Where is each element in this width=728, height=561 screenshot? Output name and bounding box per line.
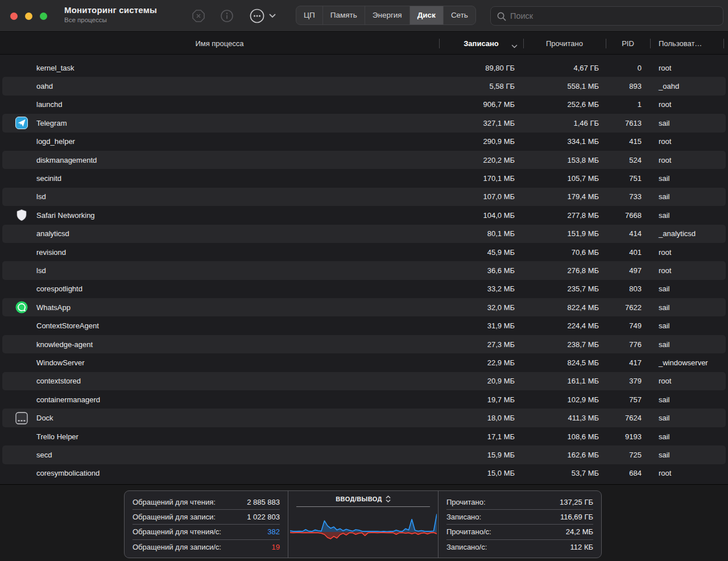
quit-process-icon bbox=[192, 9, 205, 23]
minimize-window-button[interactable] bbox=[25, 13, 32, 20]
pid-cell: 497 bbox=[606, 266, 650, 275]
stat-value: 19 bbox=[272, 543, 280, 551]
bytes-read-cell: 1,46 ГБ bbox=[523, 119, 606, 127]
pid-cell: 379 bbox=[606, 377, 650, 385]
user-cell: _windowserver bbox=[650, 358, 726, 367]
bytes-read-cell: 558,1 МБ bbox=[523, 82, 606, 90]
io-chart bbox=[290, 508, 437, 547]
more-options-button[interactable] bbox=[249, 8, 276, 24]
disk-throughput-stats: Прочитано: 137,25 ГБ Записано: 116,69 ГБ… bbox=[439, 491, 601, 558]
process-name: revisiond bbox=[2, 248, 439, 257]
table-row[interactable]: WindowServer22,9 МБ824,5 МБ417_windowser… bbox=[2, 353, 726, 372]
bytes-written-cell: 33,2 МБ bbox=[439, 284, 523, 293]
chart-divider bbox=[296, 506, 430, 507]
user-cell: sail bbox=[650, 211, 726, 220]
table-row[interactable]: launchd906,7 МБ252,6 МБ1root bbox=[2, 96, 726, 114]
column-divider bbox=[650, 39, 651, 48]
pid-cell: 414 bbox=[606, 229, 650, 238]
chart-mode-selector[interactable]: ВВОД/ВЫВОД bbox=[288, 496, 438, 502]
table-row[interactable]: logd_helper290,9 МБ334,1 МБ415root bbox=[2, 133, 726, 151]
table-row[interactable]: secinitd170,1 МБ105,7 МБ751sail bbox=[2, 169, 726, 187]
process-name: analyticsd bbox=[2, 229, 439, 238]
bytes-read-cell: 162,6 МБ bbox=[523, 451, 606, 459]
window-title: Мониторинг системы bbox=[64, 5, 157, 15]
io-chart-section: ВВОД/ВЫВОД bbox=[288, 491, 439, 558]
bytes-written-cell: 220,2 МБ bbox=[439, 156, 523, 164]
user-cell: sail bbox=[650, 284, 726, 293]
bytes-read-cell: 252,6 МБ bbox=[523, 100, 606, 109]
whatsapp-icon bbox=[15, 301, 28, 314]
column-header-user[interactable]: Пользоват… bbox=[650, 32, 723, 55]
bytes-written-cell: 327,1 МБ bbox=[439, 119, 523, 127]
process-name: corespotlightd bbox=[2, 284, 439, 293]
sort-updown-icon bbox=[386, 496, 391, 502]
quit-process-button[interactable] bbox=[192, 9, 205, 23]
process-name: WindowServer bbox=[2, 358, 439, 367]
table-row[interactable]: knowledge-agent27,3 МБ238,7 МБ776sail bbox=[2, 335, 726, 353]
bytes-written-cell: 89,80 ГБ bbox=[439, 64, 523, 72]
user-cell: sail bbox=[650, 119, 726, 127]
process-name: contextstored bbox=[2, 377, 439, 385]
column-divider bbox=[723, 39, 724, 48]
tab-Сеть[interactable]: Сеть bbox=[443, 6, 475, 24]
table-row[interactable]: secd15,9 МБ162,6 МБ725sail bbox=[2, 446, 726, 464]
column-header-name[interactable]: Имя процесса bbox=[0, 32, 439, 55]
table-row[interactable]: contextstored20,9 МБ161,1 МБ379root bbox=[2, 372, 726, 390]
bytes-written-cell: 36,6 МБ bbox=[439, 266, 523, 275]
table-row[interactable]: Dock18,0 МБ411,3 МБ7624sail bbox=[2, 409, 726, 427]
zoom-window-button[interactable] bbox=[40, 13, 47, 20]
footer-panel: Обращений для чтения: 2 885 883 Обращени… bbox=[0, 484, 728, 561]
column-header-pid[interactable]: PID bbox=[606, 32, 650, 55]
table-row[interactable]: ContextStoreAgent31,9 МБ224,4 МБ749sail bbox=[2, 316, 726, 335]
user-cell: sail bbox=[650, 192, 726, 201]
stat-value: 116,69 ГБ bbox=[560, 513, 593, 521]
table-row[interactable]: Safari Networking104,0 МБ277,8 МБ7668sai… bbox=[2, 206, 726, 224]
bytes-read-cell: 105,7 МБ bbox=[523, 174, 606, 183]
table-row[interactable]: Trello Helper17,1 МБ108,6 МБ9193sail bbox=[2, 427, 726, 446]
bytes-read-cell: 153,8 МБ bbox=[523, 156, 606, 164]
user-cell: sail bbox=[650, 340, 726, 349]
bytes-read-cell: 334,1 МБ bbox=[523, 137, 606, 146]
user-cell: root bbox=[650, 248, 726, 257]
process-name: lsd bbox=[2, 192, 439, 201]
bytes-read-cell: 411,3 МБ bbox=[523, 414, 606, 422]
process-name: secd bbox=[2, 451, 439, 459]
table-row[interactable]: analyticsd80,1 МБ151,9 МБ414_analyticsd bbox=[2, 225, 726, 243]
bytes-read-cell: 161,1 МБ bbox=[523, 377, 606, 385]
process-table-body: kernel_task89,80 ГБ4,67 ГБ0rootoahd5,58 … bbox=[0, 55, 728, 484]
column-header-read[interactable]: Прочитано bbox=[523, 32, 606, 55]
table-row[interactable]: corespotlightd33,2 МБ235,7 МБ803sail bbox=[2, 280, 726, 298]
disk-stats-box: Обращений для чтения: 2 885 883 Обращени… bbox=[124, 490, 602, 558]
column-header-written[interactable]: Записано bbox=[439, 32, 523, 55]
table-row[interactable]: oahd5,58 ГБ558,1 МБ893_oahd bbox=[2, 77, 726, 95]
search-input[interactable] bbox=[510, 11, 717, 20]
stat-reads-total: Обращений для чтения: 2 885 883 bbox=[133, 494, 280, 509]
process-name: knowledge-agent bbox=[2, 340, 439, 349]
table-row[interactable]: coresymbolicationd15,0 МБ53,7 МБ684root bbox=[2, 464, 726, 482]
table-row[interactable]: Telegram327,1 МБ1,46 ГБ7613sail bbox=[2, 114, 726, 132]
stat-read-per-sec: Прочитано/с: 24,2 МБ bbox=[446, 524, 593, 539]
user-cell: sail bbox=[650, 451, 726, 459]
process-name: WhatsApp bbox=[2, 303, 439, 312]
tab-ЦП[interactable]: ЦП bbox=[296, 6, 322, 24]
bytes-read-cell: 277,8 МБ bbox=[523, 211, 606, 220]
chart-title: ВВОД/ВЫВОД bbox=[336, 496, 382, 502]
table-row[interactable]: lsd107,0 МБ179,4 МБ733sail bbox=[2, 188, 726, 206]
tab-Энергия[interactable]: Энергия bbox=[365, 6, 410, 24]
process-name: launchd bbox=[2, 100, 439, 109]
inspect-process-button[interactable] bbox=[220, 9, 234, 23]
bytes-written-cell: 32,0 МБ bbox=[439, 303, 523, 312]
table-row[interactable]: containermanagerd19,7 МБ102,9 МБ757sail bbox=[2, 390, 726, 409]
search-field[interactable] bbox=[490, 6, 723, 26]
table-row[interactable]: WhatsApp32,0 МБ822,4 МБ7622sail bbox=[2, 298, 726, 316]
tab-Память[interactable]: Память bbox=[322, 6, 365, 24]
close-window-button[interactable] bbox=[10, 13, 18, 20]
table-row[interactable]: diskmanagementd220,2 МБ153,8 МБ524root bbox=[2, 151, 726, 169]
bytes-written-cell: 20,9 МБ bbox=[439, 377, 523, 385]
stat-label: Обращений для записи/с: bbox=[133, 543, 221, 551]
tab-Диск[interactable]: Диск bbox=[410, 6, 443, 24]
table-row[interactable]: kernel_task89,80 ГБ4,67 ГБ0root bbox=[2, 59, 726, 77]
user-cell: root bbox=[650, 377, 726, 385]
table-row[interactable]: lsd36,6 МБ276,8 МБ497root bbox=[2, 261, 726, 279]
table-row[interactable]: revisiond45,9 МБ70,6 МБ401root bbox=[2, 243, 726, 261]
